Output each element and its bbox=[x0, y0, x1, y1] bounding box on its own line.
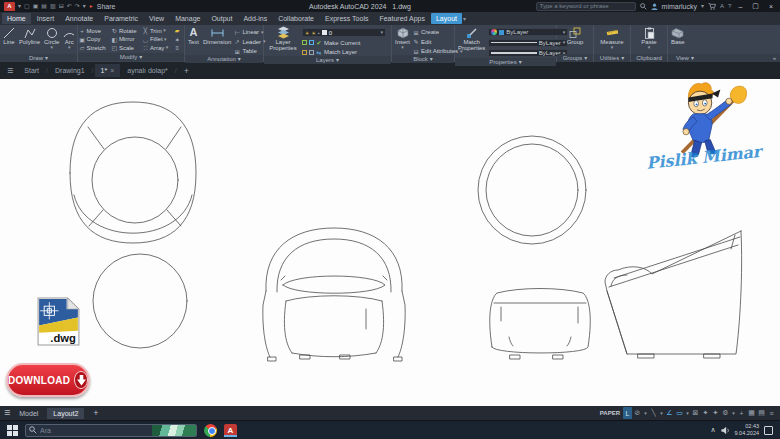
ottoman-front-view-drawing[interactable] bbox=[490, 289, 591, 360]
panel-view-footer[interactable]: View▾» bbox=[668, 54, 780, 62]
ribbon-tab-layout[interactable]: Layout bbox=[431, 13, 462, 24]
grid-display-icon[interactable]: L bbox=[623, 407, 632, 419]
panel-clipboard-footer[interactable]: Clipboard bbox=[631, 54, 667, 62]
polyline-button[interactable]: Polyline bbox=[18, 26, 41, 45]
rotate-button[interactable]: ↻Rotate bbox=[111, 27, 139, 34]
panel-overflow-icon[interactable]: » bbox=[773, 54, 780, 62]
ribbon-tab-annotate[interactable]: Annotate bbox=[60, 13, 98, 24]
ribbon-tab-view[interactable]: View bbox=[144, 13, 169, 24]
ribbon-tab-manage[interactable]: Manage bbox=[170, 13, 205, 24]
app-menu-dropdown-icon[interactable]: ▾ bbox=[18, 3, 21, 9]
panel-annotation-footer[interactable]: Annotation▾ bbox=[185, 55, 263, 63]
undo-icon[interactable]: ↶ bbox=[67, 3, 72, 9]
erase-button[interactable]: ▰ bbox=[174, 27, 183, 34]
insert-block-button[interactable]: Insert ▾ bbox=[394, 26, 411, 50]
circle-dropdown-icon[interactable]: ▾ bbox=[50, 45, 53, 50]
panel-modify-footer[interactable]: Modify▾ bbox=[78, 53, 184, 61]
new-drawing-tab-button[interactable]: + bbox=[178, 63, 195, 79]
paste-button[interactable]: Paste ▾ bbox=[640, 26, 657, 50]
quick-properties-icon[interactable]: ▦ bbox=[747, 407, 756, 419]
file-tab-1-active[interactable]: 1*× bbox=[95, 64, 121, 77]
save-icon[interactable]: ▤ bbox=[41, 3, 47, 9]
workspace-dropdown-icon[interactable]: ▾ bbox=[731, 407, 736, 419]
paper-space-toggle[interactable]: PAPER bbox=[600, 410, 620, 416]
arc-dropdown-icon[interactable]: ▾ bbox=[68, 45, 71, 50]
layer-dropdown-icon[interactable]: ▾ bbox=[380, 30, 383, 35]
explode-button[interactable]: ✶ bbox=[174, 36, 183, 43]
layout2-tab[interactable]: Layout2 bbox=[47, 408, 84, 419]
base-view-button[interactable]: Base bbox=[670, 26, 686, 45]
layer-select-dropdown[interactable]: ☀ ☀ ▪ 0 ▾ bbox=[302, 28, 386, 37]
make-current-button[interactable]: ✔ Make Current bbox=[302, 39, 389, 47]
open-file-icon[interactable]: ▣ bbox=[33, 3, 39, 9]
scale-button[interactable]: ◰Scale bbox=[111, 44, 139, 51]
table-button[interactable]: ⊞Table bbox=[234, 47, 265, 55]
taskbar-search-input[interactable] bbox=[37, 427, 152, 434]
app-store-cart-icon[interactable] bbox=[708, 3, 716, 10]
clean-screen-icon[interactable]: ≡ bbox=[767, 407, 776, 419]
help-search-input[interactable] bbox=[536, 2, 636, 11]
save-as-icon[interactable]: ▥ bbox=[50, 3, 56, 9]
drawing-area[interactable]: Pislik Mimar .dwg DOWNLOAD bbox=[0, 79, 780, 406]
object-snap-icon[interactable]: ▭ bbox=[675, 407, 684, 419]
snap-mode-icon[interactable]: ⊘ bbox=[633, 407, 642, 419]
panel-block-footer[interactable]: Block▾ bbox=[392, 55, 454, 63]
clock[interactable]: 02:43 9.04.2024 bbox=[735, 423, 759, 436]
ribbon-collapse-icon[interactable]: ▾ bbox=[463, 16, 466, 22]
tray-plus-icon[interactable]: + bbox=[737, 407, 746, 419]
restore-button[interactable]: ▢ bbox=[749, 2, 762, 10]
circle-button[interactable]: Circle ▾ bbox=[43, 26, 60, 50]
taskbar-search[interactable] bbox=[25, 424, 197, 437]
notification-center-icon[interactable] bbox=[764, 426, 773, 435]
help-icon[interactable]: ? bbox=[728, 3, 731, 9]
workspace-gear-icon[interactable]: ⚙ bbox=[721, 407, 730, 419]
panel-groups-footer[interactable]: Groups▾ bbox=[557, 54, 593, 62]
armchair-side-view-drawing[interactable] bbox=[605, 231, 742, 358]
ribbon-tab-insert[interactable]: Insert bbox=[32, 13, 60, 24]
stretch-button[interactable]: ▱Stretch bbox=[79, 44, 108, 51]
armchair-top-view-drawing[interactable] bbox=[70, 102, 196, 243]
autoscale-icon[interactable]: ✦ bbox=[701, 407, 710, 419]
ribbon-tab-home[interactable]: Home bbox=[2, 13, 31, 24]
ribbon-tab-express-tools[interactable]: Express Tools bbox=[320, 13, 373, 24]
minimize-button[interactable]: – bbox=[735, 3, 745, 10]
qat-dropdown-icon[interactable]: ▾ bbox=[83, 3, 86, 9]
customization-icon[interactable]: ▤ bbox=[757, 407, 766, 419]
plot-icon[interactable]: ⊟ bbox=[59, 3, 64, 9]
download-button[interactable]: DOWNLOAD bbox=[6, 363, 90, 397]
autocad-taskbar-item[interactable]: A bbox=[224, 424, 237, 437]
panel-utilities-footer[interactable]: Utilities▾ bbox=[594, 54, 630, 62]
redo-icon[interactable]: ↷ bbox=[75, 3, 80, 9]
ribbon-tab-output[interactable]: Output bbox=[206, 13, 237, 24]
autodesk-account-icon[interactable]: A bbox=[720, 3, 724, 9]
file-tab-drawing1[interactable]: Drawing1 bbox=[49, 64, 91, 77]
measure-button[interactable]: Measure ▾ bbox=[599, 26, 624, 50]
panel-draw-footer[interactable]: Draw▾ bbox=[0, 54, 77, 62]
mirror-button[interactable]: ◧Mirror bbox=[111, 36, 139, 43]
isometric-drafting-icon[interactable]: ∠ bbox=[665, 407, 674, 419]
share-button[interactable]: Share bbox=[97, 3, 116, 10]
panel-properties-footer[interactable]: Properties▾ bbox=[455, 58, 556, 66]
volume-icon[interactable] bbox=[721, 426, 730, 435]
match-properties-button[interactable]: Match Properties bbox=[457, 26, 486, 52]
line-button[interactable]: Line bbox=[2, 26, 16, 45]
search-highlight-image[interactable] bbox=[152, 424, 196, 437]
model-tab[interactable]: Model bbox=[13, 408, 44, 419]
new-file-icon[interactable]: ▢ bbox=[24, 3, 30, 9]
user-dropdown-icon[interactable]: ▾ bbox=[701, 3, 704, 9]
autocad-app-icon[interactable]: A bbox=[4, 2, 15, 11]
close-button[interactable]: × bbox=[766, 3, 776, 10]
polar-tracking-icon[interactable]: ╲ bbox=[649, 407, 658, 419]
file-tab-aynali-dolap[interactable]: aynalı dolap* bbox=[121, 64, 173, 77]
new-layout-button[interactable]: + bbox=[87, 406, 104, 420]
close-tab-icon[interactable]: × bbox=[110, 67, 114, 74]
annotation-scale-icon[interactable]: ✦ bbox=[711, 407, 720, 419]
layer-properties-button[interactable]: Layer Properties bbox=[266, 26, 300, 52]
group-button[interactable]: Group bbox=[566, 26, 585, 45]
ribbon-tab-featured-apps[interactable]: Featured Apps bbox=[374, 13, 430, 24]
array-button[interactable]: ∷Array▾ bbox=[142, 44, 171, 51]
file-tabs-menu-icon[interactable]: ☰ bbox=[3, 64, 17, 78]
linear-dimension-button[interactable]: ⊢Linear▾ bbox=[234, 28, 265, 36]
armchair-front-view-drawing[interactable] bbox=[263, 228, 405, 361]
ribbon-tab-parametric[interactable]: Parametric bbox=[99, 13, 143, 24]
